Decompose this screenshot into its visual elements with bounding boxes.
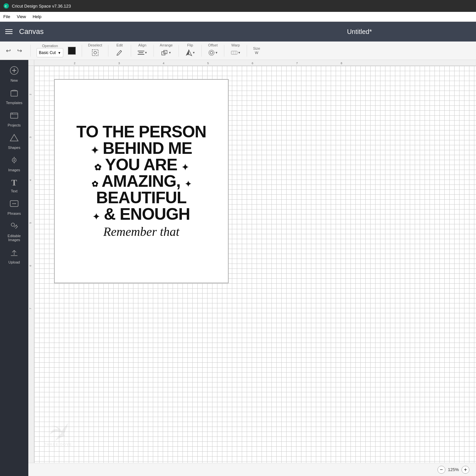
sidebar-new-label: New — [11, 78, 18, 82]
sidebar-item-templates[interactable]: Templates — [1, 86, 27, 107]
warp-label: Warp — [231, 43, 240, 47]
top-navbar: Canvas Untitled* — [0, 22, 476, 42]
sidebar-item-phrases[interactable]: Phrases — [1, 196, 27, 218]
deselect-button[interactable] — [90, 47, 100, 58]
svg-line-32 — [16, 225, 17, 225]
svg-text:6: 6 — [252, 62, 253, 65]
zoom-minus-icon: − — [440, 467, 443, 473]
projects-icon — [10, 111, 19, 122]
offset-button[interactable]: ▼ — [208, 47, 218, 58]
svg-point-3 — [94, 51, 97, 54]
design-content-area[interactable]: TO THE PERSON ✦ BEHIND ME ✿ YOU ARE ✦ — [54, 79, 229, 283]
design-text-line5: BEAUTIFUL — [61, 189, 221, 206]
sparkle-left-bottom: ✦ — [93, 212, 99, 222]
size-label: Size — [253, 46, 260, 50]
flower-left: ✿ — [94, 162, 101, 172]
svg-marker-9 — [186, 50, 189, 56]
operation-label: Operation — [42, 44, 58, 48]
redo-button[interactable]: ↪ — [14, 46, 24, 56]
edit-group: Edit — [114, 43, 125, 58]
warp-group: Warp ▼ — [230, 43, 241, 58]
undo-button[interactable]: ↩ — [3, 46, 13, 56]
sidebar-item-upload[interactable]: Upload — [1, 245, 27, 267]
sidebar-item-editable-images[interactable]: EditableImages — [1, 219, 27, 244]
svg-text:7: 7 — [296, 62, 298, 65]
sidebar: New Templates Projects Shapes Images — [0, 60, 28, 476]
flip-group: Flip ▼ — [185, 43, 195, 58]
design-line1: TO THE PERSON ✦ BEHIND ME ✿ YOU ARE ✦ — [61, 124, 221, 222]
sidebar-item-text[interactable]: T Text — [1, 175, 27, 196]
operation-select[interactable]: Basic Cut ▼ — [37, 48, 63, 57]
edit-label: Edit — [117, 43, 123, 47]
sidebar-item-new[interactable]: New — [1, 63, 27, 85]
images-icon — [10, 155, 19, 167]
svg-rect-21 — [11, 113, 18, 118]
deselect-group: Deselect — [88, 43, 102, 58]
svg-rect-20 — [11, 91, 17, 96]
arrange-button[interactable]: ▼ — [161, 47, 172, 58]
app-name: Cricut Design Space — [12, 4, 51, 9]
watermark-text: THREE DOVE — [44, 443, 72, 446]
svg-point-24 — [14, 159, 15, 161]
svg-point-30 — [15, 203, 16, 204]
svg-text:C: C — [5, 5, 7, 8]
zoom-in-button[interactable]: + — [462, 466, 469, 474]
align-group: Align ▼ — [137, 43, 148, 58]
color-swatch[interactable] — [68, 47, 76, 55]
cricut-logo-icon: C — [3, 3, 9, 9]
design-text-line4: ✿ AMAZING, ✦ — [61, 173, 221, 189]
svg-text:4: 4 — [29, 179, 32, 181]
upload-icon — [10, 248, 19, 259]
titlebar: C Cricut Design Space v7.36.123 — [0, 0, 476, 12]
svg-text:5: 5 — [207, 62, 209, 65]
menu-view[interactable]: View — [17, 14, 26, 19]
zoom-out-button[interactable]: − — [437, 466, 445, 474]
toolbar: ↩ ↪ Operation Basic Cut ▼ Deselect Edit — [0, 42, 476, 60]
align-button[interactable]: ▼ — [137, 47, 148, 58]
flip-button[interactable]: ▼ — [185, 47, 195, 58]
zoom-plus-icon: + — [464, 467, 467, 473]
size-group: Size W — [253, 46, 260, 55]
sparkle-right-mid: ✦ — [185, 180, 191, 188]
svg-rect-2 — [92, 50, 98, 56]
warp-icon — [231, 49, 238, 56]
script-text: Remember that — [103, 225, 179, 238]
canvas-area[interactable]: 2 3 4 5 6 7 8 2 3 4 5 6 7 — [28, 60, 476, 476]
shapes-icon — [10, 133, 19, 144]
svg-rect-35 — [34, 60, 476, 66]
align-dropdown-arrow: ▼ — [145, 51, 148, 54]
divider-2 — [82, 45, 82, 57]
svg-point-31 — [11, 223, 14, 226]
svg-marker-22 — [10, 134, 18, 141]
hamburger-menu[interactable] — [5, 29, 13, 34]
watermark-bird-icon — [45, 416, 71, 443]
design-text-container: TO THE PERSON ✦ BEHIND ME ✿ YOU ARE ✦ — [55, 120, 228, 242]
divider-3 — [108, 45, 108, 57]
svg-text:4: 4 — [163, 62, 164, 65]
divider-5 — [154, 45, 154, 57]
sidebar-item-projects[interactable]: Projects — [1, 108, 27, 130]
size-controls: W — [255, 51, 258, 55]
canvas-label: Canvas — [19, 27, 44, 36]
undo-redo-group: ↩ ↪ — [3, 46, 24, 56]
svg-text:2: 2 — [29, 94, 32, 95]
deselect-label: Deselect — [88, 43, 102, 47]
operation-dropdown-arrow: ▼ — [58, 51, 61, 55]
arrange-label: Arrange — [160, 43, 173, 47]
edit-icon — [116, 49, 123, 56]
warp-button[interactable]: ▼ — [230, 47, 241, 58]
sidebar-projects-label: Projects — [8, 123, 21, 127]
sidebar-item-images[interactable]: Images — [1, 153, 27, 175]
flip-dropdown-arrow: ▼ — [192, 51, 195, 54]
templates-icon — [10, 88, 19, 99]
svg-text:7: 7 — [29, 308, 32, 309]
sidebar-item-shapes[interactable]: Shapes — [1, 130, 27, 152]
menu-file[interactable]: File — [3, 14, 10, 19]
edit-button[interactable] — [114, 47, 125, 58]
ruler-top: 2 3 4 5 6 7 8 — [34, 60, 476, 66]
menu-help[interactable]: Help — [33, 14, 42, 19]
design-canvas[interactable]: TO THE PERSON ✦ BEHIND ME ✿ YOU ARE ✦ — [34, 66, 476, 463]
watermark: THREE DOVE — [44, 416, 72, 446]
app-version: v7.36.123 — [52, 4, 71, 9]
document-title: Untitled* — [347, 28, 372, 36]
